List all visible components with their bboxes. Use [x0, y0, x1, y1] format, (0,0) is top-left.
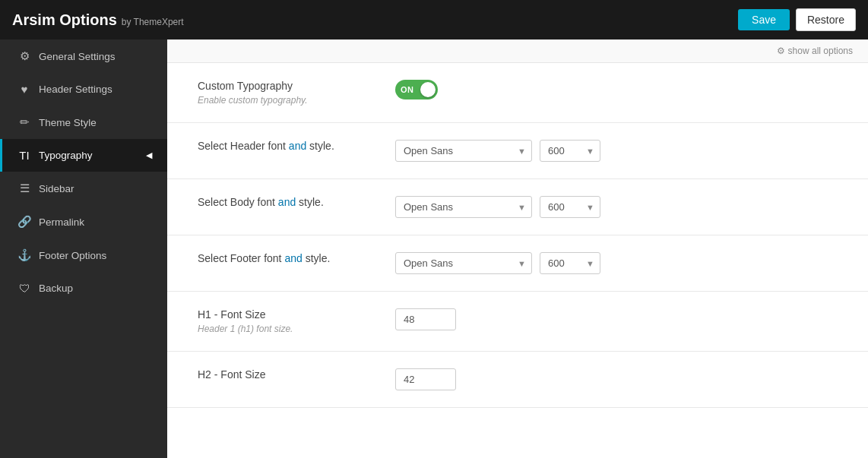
permalink-icon: 🔗: [17, 215, 31, 229]
font-select-body-font[interactable]: Open SansArialVerdanaGeorgiaTimes New Ro…: [395, 196, 532, 218]
row-title-header-font: Select Header font and style.: [198, 140, 365, 152]
sidebar-label-footer-options: Footer Options: [39, 250, 106, 261]
section-row-header-font: Select Header font and style.Open SansAr…: [167, 123, 868, 179]
font-select-wrap-footer-font: Open SansArialVerdanaGeorgiaTimes New Ro…: [395, 252, 532, 274]
app-subtitle: by ThemeXpert: [122, 17, 184, 27]
style-select-footer-font[interactable]: 100200300400500600700800900: [540, 252, 600, 274]
row-control-footer-font: Open SansArialVerdanaGeorgiaTimes New Ro…: [395, 252, 600, 274]
title-highlight: and: [278, 196, 296, 208]
row-label-body-font: Select Body font and style.: [198, 196, 365, 208]
style-select-wrap-header-font: 100200300400500600700800900▼: [540, 140, 600, 162]
sidebar-item-general-settings[interactable]: ⚙General Settings: [0, 39, 167, 73]
content-area: ⚙ show all options Custom TypographyEnab…: [167, 39, 868, 458]
sidebar: ⚙General Settings♥Header Settings✏Theme …: [0, 39, 167, 458]
sidebar-label-sidebar: Sidebar: [39, 183, 74, 194]
font-select-wrap-body-font: Open SansArialVerdanaGeorgiaTimes New Ro…: [395, 196, 532, 218]
footer-options-icon: ⚓: [17, 248, 31, 262]
row-title-custom-typography: Custom Typography: [198, 80, 365, 92]
font-select-header-font[interactable]: Open SansArialVerdanaGeorgiaTimes New Ro…: [395, 140, 532, 162]
main-layout: ⚙General Settings♥Header Settings✏Theme …: [0, 39, 868, 458]
sidebar-label-typography: Typography: [39, 150, 93, 161]
sidebar-item-sidebar[interactable]: ☰Sidebar: [0, 172, 167, 205]
sidebar-label-theme-style: Theme Style: [39, 117, 97, 128]
row-desc-h1-font-size: Header 1 (h1) font size.: [198, 324, 365, 334]
font-select-wrap-header-font: Open SansArialVerdanaGeorgiaTimes New Ro…: [395, 140, 532, 162]
title-highlight: and: [289, 140, 306, 152]
row-label-header-font: Select Header font and style.: [198, 140, 365, 152]
sidebar-label-header-settings: Header Settings: [39, 84, 112, 95]
save-button[interactable]: Save: [738, 9, 790, 30]
row-label-footer-font: Select Footer font and style.: [198, 252, 365, 264]
row-control-custom-typography: ON: [395, 80, 438, 99]
top-bar-actions: Save Restore: [738, 8, 856, 31]
row-control-header-font: Open SansArialVerdanaGeorgiaTimes New Ro…: [395, 140, 600, 162]
toggle-label: ON: [401, 85, 414, 94]
section-row-h2-font-size: H2 - Font Size: [167, 352, 868, 408]
number-input-h1-font-size[interactable]: [395, 308, 456, 330]
row-title-h1-font-size: H1 - Font Size: [198, 308, 365, 321]
row-label-custom-typography: Custom TypographyEnable custom typograph…: [198, 80, 365, 106]
number-input-h2-font-size[interactable]: [395, 368, 456, 390]
chevron-icon: ◀: [146, 150, 152, 160]
sidebar-label-general-settings: General Settings: [39, 51, 116, 62]
style-select-wrap-body-font: 100200300400500600700800900▼: [540, 196, 600, 218]
section-row-custom-typography: Custom TypographyEnable custom typograph…: [167, 63, 868, 123]
show-all-link[interactable]: show all options: [788, 46, 853, 56]
row-title-footer-font: Select Footer font and style.: [198, 252, 365, 264]
font-select-footer-font[interactable]: Open SansArialVerdanaGeorgiaTimes New Ro…: [395, 252, 532, 274]
show-all-bar: ⚙ show all options: [167, 39, 868, 63]
section-row-h1-font-size: H1 - Font SizeHeader 1 (h1) font size.: [167, 292, 868, 352]
app-title: Arsim Options: [12, 11, 117, 29]
style-select-header-font[interactable]: 100200300400500600700800900: [540, 140, 600, 162]
row-label-h1-font-size: H1 - Font SizeHeader 1 (h1) font size.: [198, 308, 365, 334]
sidebar-item-permalink[interactable]: 🔗Permalink: [0, 205, 167, 238]
sidebar-item-typography[interactable]: TITypography◀: [0, 139, 167, 172]
row-label-h2-font-size: H2 - Font Size: [198, 368, 365, 381]
sidebar-item-footer-options[interactable]: ⚓Footer Options: [0, 238, 167, 272]
backup-icon: 🛡: [17, 282, 31, 295]
section-row-body-font: Select Body font and style.Open SansAria…: [167, 179, 868, 235]
gear-icon: ⚙: [777, 46, 785, 56]
header-settings-icon: ♥: [17, 83, 31, 96]
row-control-body-font: Open SansArialVerdanaGeorgiaTimes New Ro…: [395, 196, 600, 218]
top-bar: Arsim Options by ThemeXpert Save Restore: [0, 0, 868, 39]
sidebar-icon: ☰: [17, 182, 31, 195]
restore-button[interactable]: Restore: [796, 8, 856, 31]
toggle-knob: [420, 82, 436, 97]
sidebar-item-theme-style[interactable]: ✏Theme Style: [0, 106, 167, 139]
style-select-body-font[interactable]: 100200300400500600700800900: [540, 196, 600, 218]
row-title-body-font: Select Body font and style.: [198, 196, 365, 208]
sidebar-item-header-settings[interactable]: ♥Header Settings: [0, 73, 167, 106]
row-title-h2-font-size: H2 - Font Size: [198, 368, 365, 381]
content-rows: Custom TypographyEnable custom typograph…: [167, 63, 868, 408]
style-select-wrap-footer-font: 100200300400500600700800900▼: [540, 252, 600, 274]
general-settings-icon: ⚙: [17, 49, 31, 63]
sidebar-label-permalink: Permalink: [39, 216, 84, 228]
toggle-custom-typography[interactable]: ON: [395, 80, 438, 99]
typography-icon: TI: [17, 149, 31, 162]
sidebar-label-backup: Backup: [39, 283, 73, 294]
row-desc-custom-typography: Enable custom typography.: [198, 95, 365, 106]
theme-style-icon: ✏: [17, 115, 31, 129]
app-branding: Arsim Options by ThemeXpert: [12, 11, 184, 29]
section-row-footer-font: Select Footer font and style.Open SansAr…: [167, 235, 868, 292]
row-control-h1-font-size: [395, 308, 456, 330]
sidebar-item-backup[interactable]: 🛡Backup: [0, 272, 167, 305]
row-control-h2-font-size: [395, 368, 456, 390]
title-highlight: and: [284, 252, 302, 264]
